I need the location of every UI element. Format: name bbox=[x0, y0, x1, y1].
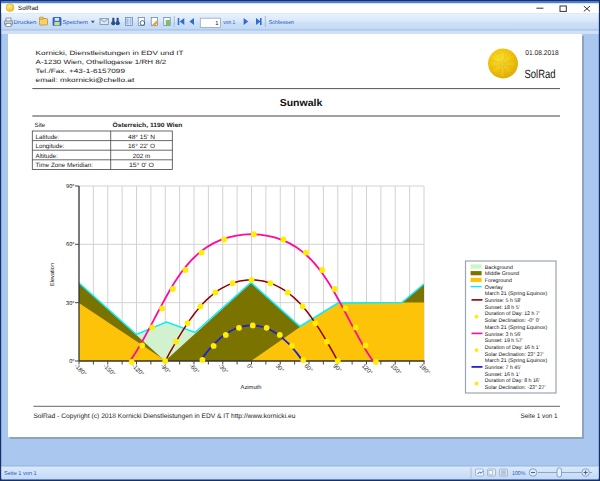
svg-text:0°: 0° bbox=[69, 359, 74, 365]
svg-text:Solar Declination: -0° 0': Solar Declination: -0° 0' bbox=[485, 318, 540, 324]
svg-text:16° 22' O: 16° 22' O bbox=[128, 143, 155, 150]
svg-text:SolRad: SolRad bbox=[525, 67, 556, 81]
svg-text:202 m: 202 m bbox=[133, 153, 151, 160]
svg-text:Site: Site bbox=[35, 122, 46, 129]
svg-text:Sunrise: 3 h 56': Sunrise: 3 h 56' bbox=[485, 332, 521, 338]
svg-text:SolRad: SolRad bbox=[18, 5, 39, 12]
svg-text:Duration of Day: 12 h 7': Duration of Day: 12 h 7' bbox=[485, 311, 540, 317]
svg-text:48° 15' N: 48° 15' N bbox=[128, 134, 155, 141]
svg-text:Altitude:: Altitude: bbox=[36, 153, 59, 160]
svg-text:Sunwalk: Sunwalk bbox=[280, 98, 323, 109]
svg-text:Elevation: Elevation bbox=[49, 263, 56, 286]
svg-text:SolRad - Copyright (c) 2018 Ko: SolRad - Copyright (c) 2018 Kornicki Die… bbox=[33, 413, 295, 420]
svg-text:60°: 60° bbox=[66, 242, 74, 248]
svg-text:A-1230 Wien, Othellogasse 1/RH: A-1230 Wien, Othellogasse 1/RH 8/2 bbox=[36, 59, 167, 66]
svg-text:Foreground: Foreground bbox=[485, 278, 512, 284]
svg-text:March 21 (Spring Equinox): March 21 (Spring Equinox) bbox=[485, 358, 548, 364]
svg-text:Duration of Day: 16 h 1': Duration of Day: 16 h 1' bbox=[485, 345, 540, 351]
svg-text:90°: 90° bbox=[66, 184, 74, 190]
svg-text:Tel./Fax. +43-1-6157099: Tel./Fax. +43-1-6157099 bbox=[36, 68, 126, 75]
svg-text:Sunset: 18 h 5': Sunset: 18 h 5' bbox=[485, 305, 520, 311]
svg-text:Middle Ground: Middle Ground bbox=[485, 271, 520, 277]
svg-text:Sunrise: 5 h 58': Sunrise: 5 h 58' bbox=[485, 298, 521, 304]
svg-text:Background: Background bbox=[485, 265, 513, 271]
svg-text:Seite 1 von 1: Seite 1 von 1 bbox=[521, 413, 558, 420]
svg-text:Azimuth: Azimuth bbox=[241, 384, 262, 391]
svg-text:March 21 (Spring Equinox): March 21 (Spring Equinox) bbox=[485, 325, 548, 331]
svg-text:Österreich, 1190 Wien: Österreich, 1190 Wien bbox=[113, 121, 183, 129]
svg-text:Overlay: Overlay bbox=[485, 285, 503, 291]
svg-text:Kornicki, Dienstleistungen in: Kornicki, Dienstleistungen in EDV und IT bbox=[36, 50, 184, 57]
svg-text:Longitude:: Longitude: bbox=[36, 143, 65, 150]
svg-text:Schliessen: Schliessen bbox=[269, 19, 294, 26]
svg-text:email: mkornicki@chello.at: email: mkornicki@chello.at bbox=[36, 77, 135, 84]
svg-text:von 1: von 1 bbox=[223, 20, 235, 26]
svg-text:March 21 (Spring Equinox): March 21 (Spring Equinox) bbox=[485, 291, 548, 297]
svg-text:1: 1 bbox=[215, 21, 218, 27]
svg-text:Drucken: Drucken bbox=[14, 19, 37, 26]
svg-text:Time Zone Meridian:: Time Zone Meridian: bbox=[36, 162, 94, 169]
svg-text:30°: 30° bbox=[66, 301, 74, 307]
svg-text:15° 0' O: 15° 0' O bbox=[129, 162, 154, 169]
svg-text:100%: 100% bbox=[512, 471, 526, 477]
svg-text:Latitude:: Latitude: bbox=[36, 134, 60, 141]
svg-text:Sunset: 16 h 1': Sunset: 16 h 1' bbox=[485, 372, 520, 378]
svg-text:Solar Declination: -23° 27': Solar Declination: -23° 27' bbox=[485, 385, 546, 391]
svg-text:Solar Declination: 23° 27': Solar Declination: 23° 27' bbox=[485, 352, 544, 358]
svg-text:Duration of Day: 8 h 16': Duration of Day: 8 h 16' bbox=[485, 378, 540, 384]
svg-text:Seite 1 von 1: Seite 1 von 1 bbox=[4, 470, 37, 477]
svg-text:Sunrise: 7 h 45': Sunrise: 7 h 45' bbox=[485, 365, 521, 371]
svg-text:Speichern: Speichern bbox=[63, 19, 89, 26]
svg-text:Sunset: 19 h 57': Sunset: 19 h 57' bbox=[485, 338, 523, 344]
svg-text:01.08.2018: 01.08.2018 bbox=[525, 50, 558, 57]
